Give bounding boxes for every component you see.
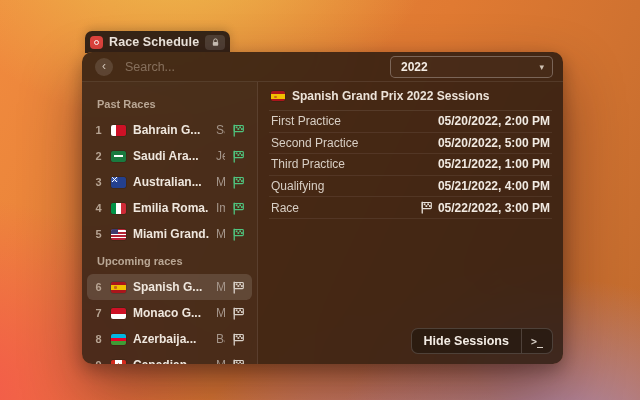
lock-icon[interactable]	[205, 35, 225, 50]
hide-sessions-button[interactable]: Hide Sessions	[412, 329, 521, 353]
footer-button-group: Hide Sessions >_	[411, 328, 554, 354]
session-label: Qualifying	[271, 179, 324, 193]
race-location: Jeddah, Sa...	[216, 149, 225, 163]
race-list-item-azerbaijan[interactable]: 8Azerbaija...Baku, Azerb...	[87, 326, 252, 352]
section-label-past: Past Races	[97, 98, 257, 110]
checkered-flag-icon	[232, 359, 245, 365]
race-number: 2	[93, 150, 104, 162]
race-location: Montmeló,...	[216, 280, 225, 294]
sessions-list: First Practice05/20/2022, 2:00 PMSecond …	[269, 111, 552, 219]
race-location: Sakhir, Bahr...	[216, 123, 225, 137]
session-datetime-group: 05/22/2022, 3:00 PM	[420, 201, 550, 215]
race-name: Canadian...	[133, 358, 209, 364]
race-list-item-australia[interactable]: 3Australian...Melbourne,...	[87, 169, 252, 195]
back-button[interactable]: ‹	[95, 58, 113, 76]
race-list-item-bahrain[interactable]: 1Bahrain G...Sakhir, Bahr...	[87, 117, 252, 143]
checkered-flag-icon	[232, 333, 245, 346]
race-name: Australian...	[133, 175, 209, 189]
green-flag-icon	[232, 124, 245, 137]
session-datetime: 05/21/2022, 4:00 PM	[438, 179, 550, 193]
azerbaijan-flag-icon	[111, 334, 126, 345]
checkered-flag-icon	[232, 307, 245, 320]
sessions-header: Spanish Grand Prix 2022 Sessions	[269, 82, 552, 111]
bahrain-flag-icon	[111, 125, 126, 136]
race-list-item-italy[interactable]: 4Emilia Roma...Imola, Italy	[87, 195, 252, 221]
chevron-left-icon: ‹	[102, 60, 106, 72]
session-row[interactable]: Race05/22/2022, 3:00 PM	[269, 197, 552, 219]
session-label: Race	[271, 201, 299, 215]
race-name: Bahrain G...	[133, 123, 209, 137]
session-label: Second Practice	[271, 136, 358, 150]
session-row[interactable]: Third Practice05/21/2022, 1:00 PM	[269, 154, 552, 176]
race-location: Imola, Italy	[216, 201, 225, 215]
race-name: Saudi Ara...	[133, 149, 209, 163]
session-datetime-group: 05/21/2022, 1:00 PM	[438, 157, 550, 171]
race-list-sidebar: Past Races1Bahrain G...Sakhir, Bahr...2S…	[82, 82, 258, 364]
session-datetime-group: 05/21/2022, 4:00 PM	[438, 179, 550, 193]
year-dropdown[interactable]: 2022 ▾	[390, 56, 553, 78]
green-flag-icon	[232, 228, 245, 241]
race-list-item-canada[interactable]: 9Canadian...Montreal, C...	[87, 352, 252, 364]
toolbar: ‹ Search... 2022 ▾	[82, 52, 563, 82]
race-name: Emilia Roma...	[133, 201, 209, 215]
year-dropdown-value: 2022	[401, 60, 428, 74]
race-number: 8	[93, 333, 104, 345]
race-number: 7	[93, 307, 104, 319]
session-datetime: 05/22/2022, 3:00 PM	[438, 201, 550, 215]
race-name: Spanish G...	[133, 280, 209, 294]
race-list-item-spain[interactable]: 6Spanish G...Montmeló,...	[87, 274, 252, 300]
chevron-down-icon: ▾	[539, 62, 544, 72]
section-label-upcoming: Upcoming races	[97, 255, 257, 267]
race-number: 9	[93, 359, 104, 364]
race-list-item-saudi-arabia[interactable]: 2Saudi Ara...Jeddah, Sa...	[87, 143, 252, 169]
race-number: 5	[93, 228, 104, 240]
race-number: 4	[93, 202, 104, 214]
canada-flag-icon	[111, 360, 126, 365]
search-input[interactable]: Search...	[125, 60, 390, 74]
race-list-item-monaco[interactable]: 7Monaco G...Monte-Carl...	[87, 300, 252, 326]
race-name: Miami Grand...	[133, 227, 209, 241]
spain-flag-icon	[111, 282, 126, 293]
checkered-flag-icon	[420, 201, 433, 214]
race-location: Melbourne,...	[216, 175, 225, 189]
content: Past Races1Bahrain G...Sakhir, Bahr...2S…	[82, 82, 563, 364]
session-datetime: 05/21/2022, 1:00 PM	[438, 157, 550, 171]
green-flag-icon	[232, 202, 245, 215]
app-record-icon	[90, 36, 103, 49]
session-datetime: 05/20/2022, 5:00 PM	[438, 136, 550, 150]
session-datetime-group: 05/20/2022, 2:00 PM	[438, 114, 550, 128]
race-location: Miami, USA	[216, 227, 225, 241]
sessions-panel: Spanish Grand Prix 2022 Sessions First P…	[258, 82, 563, 364]
usa-flag-icon	[111, 229, 126, 240]
session-label: First Practice	[271, 114, 341, 128]
race-name: Monaco G...	[133, 306, 209, 320]
race-number: 3	[93, 176, 104, 188]
race-number: 6	[93, 281, 104, 293]
session-row[interactable]: Second Practice05/20/2022, 5:00 PM	[269, 133, 552, 155]
race-location: Monte-Carl...	[216, 306, 225, 320]
spain-flag-icon	[271, 91, 285, 101]
race-number: 1	[93, 124, 104, 136]
tab-title: Race Schedule	[109, 35, 199, 49]
session-datetime: 05/20/2022, 2:00 PM	[438, 114, 550, 128]
race-list-item-usa[interactable]: 5Miami Grand...Miami, USA	[87, 221, 252, 247]
race-location: Montreal, C...	[216, 358, 225, 364]
window-tab[interactable]: Race Schedule	[85, 31, 230, 53]
australia-flag-icon	[111, 177, 126, 188]
terminal-button[interactable]: >_	[521, 329, 552, 353]
italy-flag-icon	[111, 203, 126, 214]
session-datetime-group: 05/20/2022, 5:00 PM	[438, 136, 550, 150]
saudi-arabia-flag-icon	[111, 151, 126, 162]
green-flag-icon	[232, 176, 245, 189]
green-flag-icon	[232, 150, 245, 163]
race-schedule-window: ‹ Search... 2022 ▾ Past Races1Bahrain G.…	[82, 52, 563, 364]
sessions-title: Spanish Grand Prix 2022 Sessions	[292, 89, 489, 103]
race-location: Baku, Azerb...	[216, 332, 225, 346]
session-row[interactable]: Qualifying05/21/2022, 4:00 PM	[269, 176, 552, 198]
race-name: Azerbaija...	[133, 332, 209, 346]
session-label: Third Practice	[271, 157, 345, 171]
terminal-prompt-icon: >_	[531, 336, 543, 347]
session-row[interactable]: First Practice05/20/2022, 2:00 PM	[269, 111, 552, 133]
checkered-flag-icon	[232, 281, 245, 294]
monaco-flag-icon	[111, 308, 126, 319]
